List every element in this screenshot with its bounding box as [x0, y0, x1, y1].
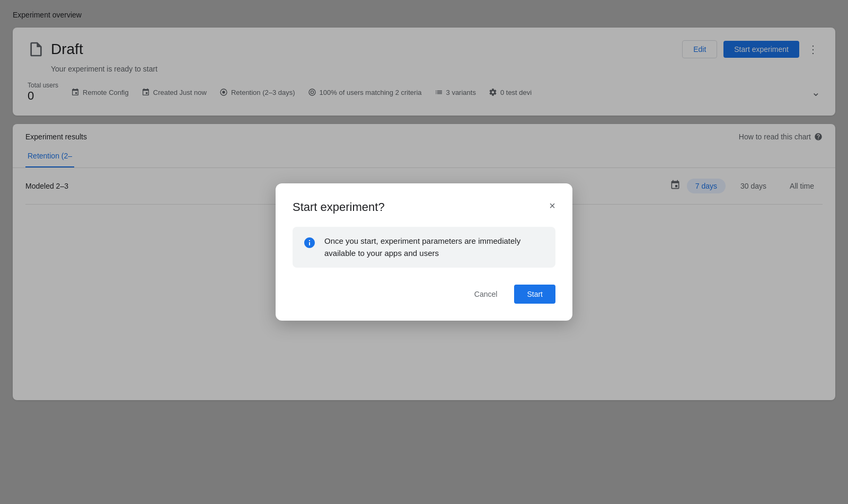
- dialog-info-box: Once you start, experiment parameters ar…: [293, 227, 555, 268]
- dialog-close-button[interactable]: ×: [549, 200, 555, 211]
- dialog-title: Start experiment?: [293, 200, 385, 214]
- info-icon: [303, 236, 316, 249]
- dialog-start-button[interactable]: Start: [514, 285, 555, 304]
- dialog-cancel-button[interactable]: Cancel: [466, 286, 506, 303]
- dialog-title-row: Start experiment? ×: [293, 200, 555, 214]
- dialog-info-text: Once you start, experiment parameters ar…: [324, 235, 545, 259]
- dialog-overlay: Start experiment? × Once you start, expe…: [0, 0, 848, 504]
- start-experiment-dialog: Start experiment? × Once you start, expe…: [276, 183, 572, 321]
- dialog-actions: Cancel Start: [293, 285, 555, 304]
